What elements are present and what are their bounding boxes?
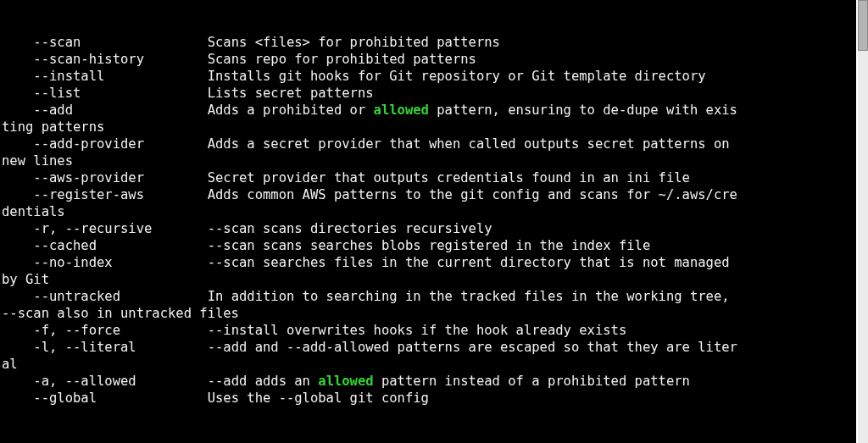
option-desc: In addition to searching in the tracked … [208, 289, 737, 304]
help-option-row: --aws-provider Secret provider that outp… [2, 169, 856, 186]
option-flag: --global [2, 390, 208, 406]
option-flag: --no-index [2, 255, 208, 270]
help-option-row: --install Installs git hooks for Git rep… [2, 68, 856, 85]
help-option-row: --list Lists secret patterns [2, 85, 856, 102]
option-desc: --scan searches files in the current dir… [208, 255, 737, 270]
option-flag: --aws-provider [2, 170, 208, 186]
option-flag: --list [2, 86, 208, 101]
option-flag: -a, --allowed [2, 374, 208, 389]
option-flag: --add-provider [2, 136, 208, 152]
help-option-row: -r, --recursive --scan scans directories… [2, 220, 856, 237]
help-option-row: --global Uses the --global git config [2, 390, 856, 407]
option-desc: Installs git hooks for Git repository or… [208, 69, 706, 84]
option-desc: Uses the --global git config [208, 390, 429, 406]
help-option-row: --scan-history Scans repo for prohibited… [2, 51, 856, 68]
allowed-keyword: allowed [318, 374, 373, 389]
option-flag: -r, --recursive [2, 221, 208, 236]
blank-line [2, 407, 856, 424]
help-option-row: --cached --scan scans searches blobs reg… [2, 237, 856, 254]
terminal-output: --scan Scans <files> for prohibited patt… [2, 34, 856, 424]
help-option-wrap: --scan also in untracked files [2, 305, 856, 322]
option-flag: --scan [2, 35, 208, 50]
allowed-keyword: allowed [374, 102, 429, 118]
option-desc: Scans <files> for prohibited patterns [208, 35, 500, 50]
help-option-row: --scan Scans <files> for prohibited patt… [2, 34, 856, 51]
help-option-row: --add Adds a prohibited or allowed patte… [2, 102, 856, 119]
scrollbar-thumb[interactable] [858, 0, 868, 51]
option-flag: --untracked [2, 289, 208, 304]
help-option-row: --no-index --scan searches files in the … [2, 254, 856, 271]
option-desc: pattern, ensuring to de-dupe with exis [429, 102, 737, 118]
option-desc: Adds common AWS patterns to the git conf… [208, 187, 737, 202]
option-desc: --add adds an [208, 374, 319, 389]
help-option-wrap: by Git [2, 271, 856, 288]
help-option-row: -l, --literal --add and --add-allowed pa… [2, 339, 856, 356]
terminal-window[interactable]: --scan Scans <files> for prohibited patt… [0, 0, 856, 443]
option-desc: Scans repo for prohibited patterns [208, 52, 476, 67]
scrollbar-track[interactable] [858, 0, 868, 443]
option-desc: pattern instead of a prohibited pattern [374, 374, 690, 389]
option-flag: -f, --force [2, 323, 208, 338]
help-option-wrap: dentials [2, 203, 856, 220]
option-desc: Adds a secret provider that when called … [208, 136, 737, 152]
option-desc: Lists secret patterns [208, 86, 374, 101]
help-option-row: -a, --allowed --add adds an allowed patt… [2, 373, 856, 390]
option-flag: --scan-history [2, 52, 208, 67]
help-option-row: --register-aws Adds common AWS patterns … [2, 186, 856, 203]
help-option-row: --add-provider Adds a secret provider th… [2, 136, 856, 152]
help-option-row: -f, --force --install overwrites hooks i… [2, 322, 856, 339]
help-option-wrap: new lines [2, 152, 856, 169]
option-desc: --add and --add-allowed patterns are esc… [208, 340, 737, 355]
help-option-row: --untracked In addition to searching in … [2, 288, 856, 305]
option-flag: --add [2, 102, 208, 118]
option-desc: Secret provider that outputs credentials… [208, 170, 690, 186]
option-flag: --install [2, 69, 208, 84]
option-desc: --scan scans searches blobs registered i… [208, 238, 651, 253]
option-flag: -l, --literal [2, 340, 208, 355]
option-desc: Adds a prohibited or [208, 102, 374, 118]
help-option-wrap: ting patterns [2, 119, 856, 136]
help-option-wrap: al [2, 356, 856, 373]
option-desc: --install overwrites hooks if the hook a… [208, 323, 627, 338]
option-flag: --cached [2, 238, 208, 253]
option-flag: --register-aws [2, 187, 208, 202]
option-desc: --scan scans directories recursively [208, 221, 492, 236]
